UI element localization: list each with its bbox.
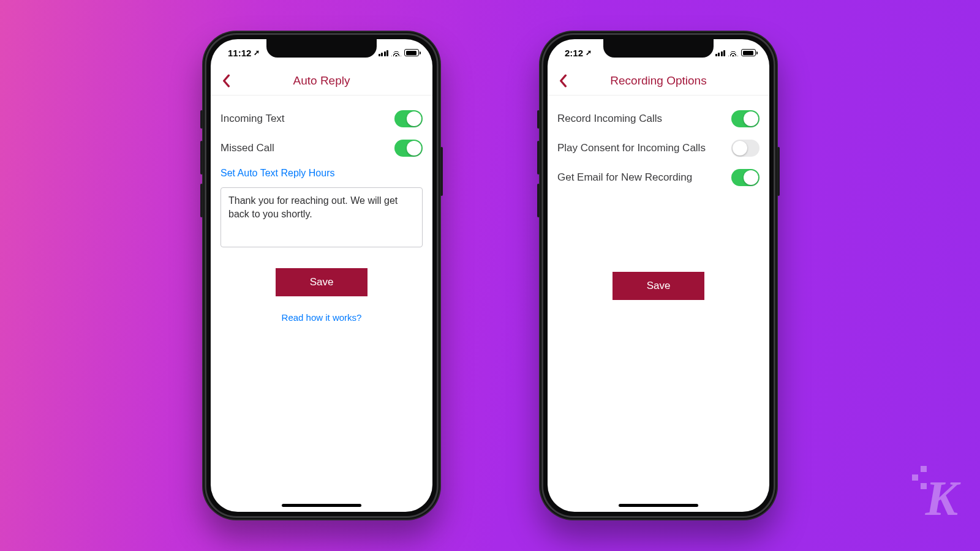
battery-icon bbox=[741, 49, 756, 56]
toggle-email-recording[interactable] bbox=[731, 169, 760, 186]
content-area: Record Incoming Calls Play Consent for I… bbox=[548, 96, 769, 512]
chevron-left-icon bbox=[222, 74, 230, 88]
cellular-signal-icon bbox=[379, 50, 389, 56]
chevron-left-icon bbox=[559, 74, 567, 88]
mute-switch bbox=[200, 110, 203, 129]
toggle-knob bbox=[407, 141, 421, 156]
auto-reply-textarea[interactable] bbox=[221, 187, 423, 247]
row-label: Record Incoming Calls bbox=[557, 113, 662, 125]
toggle-record-incoming[interactable] bbox=[731, 110, 760, 127]
status-indicators bbox=[379, 49, 420, 56]
notch bbox=[603, 39, 714, 58]
toggle-knob bbox=[744, 170, 758, 185]
back-button[interactable] bbox=[554, 72, 572, 90]
row-incoming-text: Incoming Text bbox=[221, 104, 423, 133]
phone-right: 2:12 ➚ Recording Options Record Incoming… bbox=[539, 31, 778, 520]
wifi-icon bbox=[391, 49, 401, 56]
volume-up-button bbox=[537, 141, 540, 174]
toggle-missed-call[interactable] bbox=[394, 140, 423, 157]
row-missed-call: Missed Call bbox=[221, 133, 423, 163]
toggle-knob bbox=[744, 111, 758, 126]
save-button[interactable]: Save bbox=[612, 272, 704, 300]
screen: 11:12 ➚ Auto Reply Incoming Text bbox=[211, 39, 432, 512]
toggle-knob bbox=[733, 141, 747, 156]
status-time-group: 11:12 ➚ bbox=[228, 48, 260, 58]
content-area: Incoming Text Missed Call Set Auto Text … bbox=[211, 96, 432, 512]
status-time: 2:12 bbox=[565, 48, 583, 58]
status-indicators bbox=[715, 49, 756, 56]
wifi-icon bbox=[728, 49, 738, 56]
status-time: 11:12 bbox=[228, 48, 251, 58]
location-arrow-icon: ➚ bbox=[254, 48, 260, 57]
location-arrow-icon: ➚ bbox=[586, 48, 592, 57]
row-email-recording: Get Email for New Recording bbox=[557, 163, 760, 192]
toggle-knob bbox=[407, 111, 421, 126]
volume-down-button bbox=[200, 184, 203, 217]
cellular-signal-icon bbox=[715, 50, 726, 56]
nav-bar: Auto Reply bbox=[211, 66, 432, 96]
nav-bar: Recording Options bbox=[548, 66, 769, 96]
phone-left: 11:12 ➚ Auto Reply Incoming Text bbox=[202, 31, 441, 520]
row-label: Get Email for New Recording bbox=[557, 171, 692, 184]
notch bbox=[266, 39, 377, 58]
toggle-play-consent[interactable] bbox=[731, 140, 760, 157]
row-play-consent: Play Consent for Incoming Calls bbox=[557, 133, 760, 163]
help-link[interactable]: Read how it works? bbox=[221, 312, 423, 323]
watermark-logo: K bbox=[925, 471, 956, 527]
page-title: Recording Options bbox=[610, 74, 706, 88]
home-indicator bbox=[282, 504, 361, 507]
power-button bbox=[777, 147, 780, 196]
page-title: Auto Reply bbox=[293, 74, 350, 88]
back-button[interactable] bbox=[217, 72, 235, 90]
stage: 11:12 ➚ Auto Reply Incoming Text bbox=[0, 0, 980, 551]
status-time-group: 2:12 ➚ bbox=[565, 48, 592, 58]
battery-icon bbox=[404, 49, 419, 56]
row-label: Incoming Text bbox=[221, 113, 285, 125]
volume-down-button bbox=[537, 184, 540, 217]
row-label: Missed Call bbox=[221, 142, 274, 154]
toggle-incoming-text[interactable] bbox=[394, 110, 423, 127]
row-label: Play Consent for Incoming Calls bbox=[557, 142, 706, 154]
screen: 2:12 ➚ Recording Options Record Incoming… bbox=[548, 39, 769, 512]
mute-switch bbox=[537, 110, 540, 129]
save-button[interactable]: Save bbox=[276, 268, 368, 296]
set-hours-link[interactable]: Set Auto Text Reply Hours bbox=[221, 163, 334, 187]
power-button bbox=[440, 147, 443, 196]
home-indicator bbox=[619, 504, 698, 507]
volume-up-button bbox=[200, 141, 203, 174]
row-record-incoming: Record Incoming Calls bbox=[557, 104, 760, 133]
